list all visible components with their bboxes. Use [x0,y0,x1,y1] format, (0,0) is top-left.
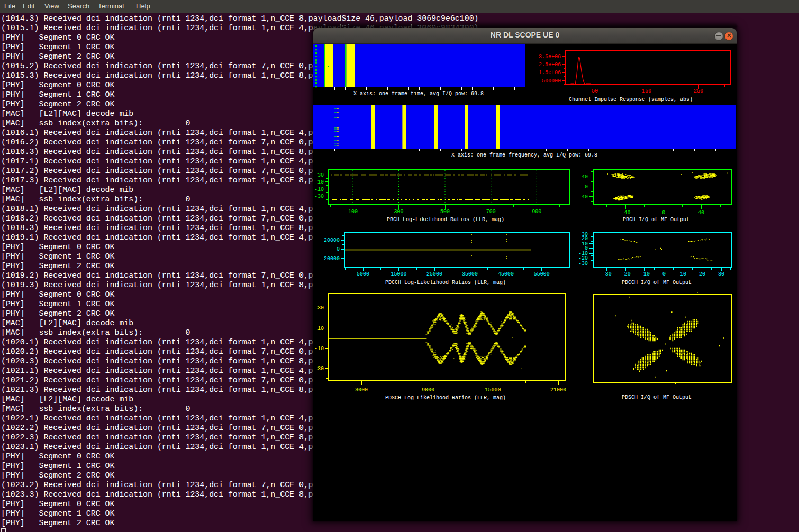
svg-text:-30: -30 [314,194,324,199]
svg-text:Channel Impulse Response (samp: Channel Impulse Response (samples, abs) [569,97,693,103]
svg-text:-10: -10 [314,187,324,192]
svg-text:X axis: one frame frequency, a: X axis: one frame frequency, avg I/Q pow… [451,152,597,158]
svg-text:35000: 35000 [462,271,478,277]
svg-text:10: 10 [317,326,324,332]
svg-text:PDSCH I/Q of MF Output: PDSCH I/Q of MF Output [622,395,692,400]
svg-text:-20: -20 [621,271,631,277]
svg-text:30: 30 [317,172,324,178]
svg-text:-10: -10 [640,271,650,277]
svg-text:500: 500 [440,209,450,215]
svg-text:-40: -40 [578,194,588,200]
svg-text:500000: 500000 [542,78,561,84]
svg-text:50: 50 [592,88,598,94]
svg-text:PDCCH I/Q of MF Output: PDCCH I/Q of MF Output [622,280,692,286]
svg-text:30: 30 [718,271,724,277]
svg-text:-20000: -20000 [321,256,340,262]
svg-text:2.5e+06: 2.5e+06 [539,62,561,68]
svg-text:3000: 3000 [355,387,368,393]
svg-text:-40: -40 [621,210,630,216]
svg-text:700: 700 [486,209,496,215]
svg-text:0: 0 [662,210,665,216]
svg-text:PBCH I/Q of MF Output: PBCH I/Q of MF Output [623,217,689,223]
svg-text:-30: -30 [314,366,324,372]
svg-text:55000: 55000 [534,271,550,277]
svg-text:-30: -30 [578,261,588,267]
svg-text:0: 0 [337,246,340,252]
svg-text:300: 300 [394,209,403,215]
svg-text:PDSCH Log-Likelihood Ratios (L: PDSCH Log-Likelihood Ratios (LLR, mag) [385,395,506,401]
svg-text:10: 10 [317,179,324,185]
svg-text:20: 20 [699,271,705,277]
svg-text:30: 30 [317,305,324,311]
svg-text:45000: 45000 [498,271,514,277]
svg-text:100: 100 [348,209,358,215]
svg-text:-10: -10 [314,346,324,352]
svg-text:PDCCH Log-Likelihood Ratios (L: PDCCH Log-Likelihood Ratios (LLR, mag) [385,280,506,286]
svg-text:150: 150 [642,88,651,94]
svg-text:0: 0 [662,271,666,277]
svg-text:900: 900 [532,209,541,215]
svg-text:40: 40 [582,174,588,180]
svg-text:0: 0 [585,184,588,190]
svg-text:15000: 15000 [391,271,406,277]
svg-text:5000: 5000 [357,271,369,277]
svg-text:1.5e+06: 1.5e+06 [539,70,561,76]
svg-text:15000: 15000 [485,387,501,393]
svg-text:-30: -30 [602,271,612,277]
svg-text:250: 250 [694,88,703,94]
svg-text:9000: 9000 [422,387,434,393]
svg-text:10: 10 [680,271,686,277]
svg-text:3.5e+06: 3.5e+06 [539,54,561,60]
svg-text:21000: 21000 [550,387,566,393]
svg-text:PBCH Log-Likelihood Ratios (LL: PBCH Log-Likelihood Ratios (LLR, mag) [387,217,504,223]
svg-text:40: 40 [698,210,704,216]
svg-text:X axis: one frame time, avg I/: X axis: one frame time, avg I/Q pow: 69.… [353,91,484,97]
svg-text:20000: 20000 [324,237,340,243]
svg-text:25000: 25000 [426,271,442,277]
